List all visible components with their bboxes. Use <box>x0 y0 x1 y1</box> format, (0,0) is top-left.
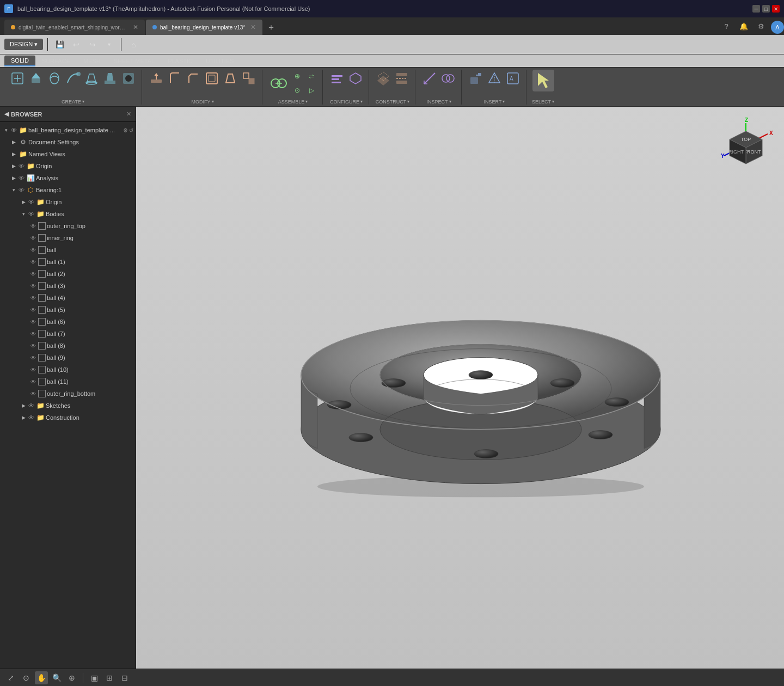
tab-close-1[interactable]: ✕ <box>133 23 138 31</box>
undo-button[interactable]: ↩ <box>69 37 84 52</box>
press-pull-tool[interactable] <box>148 70 165 87</box>
shell-tool[interactable] <box>203 70 220 87</box>
minimize-button[interactable]: ─ <box>752 5 760 13</box>
measure-tool[interactable] <box>421 70 438 87</box>
tree-eye-ball4[interactable]: 👁 <box>29 295 37 301</box>
motion-study-tool[interactable]: ⇌ <box>305 70 318 83</box>
tree-eye-b-origin[interactable]: 👁 <box>27 199 35 205</box>
notifications-icon[interactable]: 🔔 <box>736 19 751 34</box>
zoom-window-icon[interactable]: ⊕ <box>65 671 78 684</box>
fillet-tool[interactable] <box>166 70 183 87</box>
tree-item-ball-7[interactable]: 👁 ball (7) <box>0 328 136 340</box>
tree-item-ball-8[interactable]: 👁 ball (8) <box>0 340 136 352</box>
tree-reload-root[interactable]: ↺ <box>129 127 133 133</box>
tree-item-bearing-origin[interactable]: ▶ 👁 📁 Origin <box>0 196 136 208</box>
tree-eye-ball[interactable]: 👁 <box>29 247 37 253</box>
tree-eye-ball7[interactable]: 👁 <box>29 331 37 337</box>
orbit-icon[interactable]: ⊙ <box>20 671 33 684</box>
draft-tool[interactable] <box>222 70 239 87</box>
offset-plane-tool[interactable] <box>375 70 392 87</box>
tree-item-ball-2[interactable]: 👁 ball (2) <box>0 268 136 280</box>
tree-item-ball-10[interactable]: 👁 ball (10) <box>0 364 136 376</box>
ribbon-tab-utilities[interactable]: UTILITIES <box>199 56 240 66</box>
redo-button[interactable]: ↪ <box>85 37 100 52</box>
new-component-tool[interactable] <box>9 70 26 87</box>
tab-ball-bearing[interactable]: ball_bearing_design_template v13* ✕ <box>146 20 262 35</box>
tree-eye-ball6[interactable]: 👁 <box>29 319 37 325</box>
ribbon-tab-solid[interactable]: SOLID <box>4 56 35 66</box>
revolve-tool[interactable] <box>46 70 63 87</box>
design-dropdown[interactable]: DESIGN ▾ <box>4 39 43 50</box>
browser-collapse-icon[interactable]: ◀ <box>4 111 9 118</box>
close-button[interactable]: ✕ <box>772 5 780 13</box>
save-button[interactable]: 💾 <box>52 37 68 52</box>
user-avatar[interactable]: A <box>771 21 784 34</box>
tree-eye-ir[interactable]: 👁 <box>29 235 37 241</box>
ribbon-tab-sheetmetal[interactable]: SHEET METAL <box>107 56 161 66</box>
select-tool[interactable] <box>532 70 554 91</box>
pan-icon[interactable]: ✋ <box>35 671 48 684</box>
tree-eye-orb[interactable]: 👁 <box>29 391 37 397</box>
tree-item-sketches[interactable]: ▶ 👁 📁 Sketches <box>0 400 136 412</box>
tree-item-origin[interactable]: ▶ 👁 📁 Origin <box>0 160 136 172</box>
loft-tool[interactable] <box>83 70 100 87</box>
tab-close-2[interactable]: ✕ <box>250 23 256 31</box>
tree-item-outer-ring-bottom[interactable]: 👁 outer_ring_bottom <box>0 388 136 400</box>
chamfer-tool[interactable] <box>185 70 202 87</box>
tree-gear-root[interactable]: ⚙ <box>123 127 128 133</box>
drive-joints-tool[interactable]: ▷ <box>305 84 318 97</box>
tree-eye-ball10[interactable]: 👁 <box>29 367 37 373</box>
tree-item-ball[interactable]: 👁 ball <box>0 244 136 256</box>
tree-eye-ball9[interactable]: 👁 <box>29 355 37 361</box>
tree-item-ball-3[interactable]: 👁 ball (3) <box>0 280 136 292</box>
decal-tool[interactable]: A <box>504 70 522 87</box>
tree-eye-ball5[interactable]: 👁 <box>29 307 37 313</box>
home-button[interactable]: ⌂ <box>126 37 141 52</box>
tree-item-ball-6[interactable]: 👁 ball (6) <box>0 316 136 328</box>
tree-eye-origin[interactable]: 👁 <box>17 163 25 169</box>
tree-item-bodies[interactable]: ▾ 👁 📁 Bodies <box>0 208 136 220</box>
insert-derive-tool[interactable] <box>467 70 485 87</box>
grid-settings-icon[interactable]: ⊞ <box>103 671 116 684</box>
tree-item-ball-11[interactable]: 👁 ball (11) <box>0 376 136 388</box>
tree-item-ball-5[interactable]: 👁 ball (5) <box>0 304 136 316</box>
settings-icon[interactable]: ⚙ <box>754 19 769 34</box>
ribbon-tab-surface[interactable]: SURFACE <box>35 56 77 66</box>
ribbon-tab-mesh[interactable]: MESH <box>77 56 107 66</box>
tree-eye-ort[interactable]: 👁 <box>29 223 37 229</box>
tree-item-construction[interactable]: ▶ 👁 📁 Construction <box>0 412 136 424</box>
tree-eye-analysis[interactable]: 👁 <box>17 175 25 181</box>
tree-item-analysis[interactable]: ▶ 👁 📊 Analysis <box>0 172 136 184</box>
tree-eye-sketches[interactable]: 👁 <box>27 402 35 409</box>
tree-eye-ball2[interactable]: 👁 <box>29 271 37 277</box>
tree-eye-ball3[interactable]: 👁 <box>29 283 37 289</box>
browser-header-close[interactable]: ✕ <box>126 111 131 118</box>
tree-item-bearing[interactable]: ▾ 👁 ⬡ Bearing:1 <box>0 184 136 196</box>
viewport[interactable]: X Z Y FRONT TOP RIGHT <box>136 107 784 669</box>
tree-eye-ball8[interactable]: 👁 <box>29 343 37 349</box>
viewcube[interactable]: X Z Y FRONT TOP RIGHT <box>719 118 773 172</box>
tree-eye-ball1[interactable]: 👁 <box>29 259 37 265</box>
fit-screen-icon[interactable]: ⤢ <box>4 671 17 684</box>
help-icon[interactable]: ? <box>719 19 734 34</box>
tree-eye-bodies[interactable]: 👁 <box>27 211 35 217</box>
add-tab-button[interactable]: ＋ <box>264 20 279 35</box>
maximize-button[interactable]: □ <box>762 5 770 13</box>
insert-mesh-tool[interactable] <box>486 70 503 87</box>
tree-eye-construction[interactable]: 👁 <box>27 414 35 421</box>
tree-item-root[interactable]: ▾ 👁 📁 ball_bearing_design_template ... ⚙… <box>0 124 136 136</box>
joint-tool[interactable] <box>268 72 290 94</box>
rib-tool[interactable] <box>101 70 119 87</box>
as-built-joint-tool[interactable]: ⊕ <box>291 70 304 83</box>
tree-eye-root[interactable]: 👁 <box>10 127 17 133</box>
midplane-tool[interactable] <box>393 70 411 87</box>
zoom-icon[interactable]: 🔍 <box>50 671 63 684</box>
tree-item-inner-ring[interactable]: 👁 inner_ring <box>0 232 136 244</box>
view-settings-icon[interactable]: ⊟ <box>118 671 131 684</box>
enable-contact-tool[interactable]: ⊙ <box>291 84 304 97</box>
extrude-tool[interactable] <box>27 70 45 87</box>
configure-model-tool[interactable] <box>347 70 364 87</box>
tree-item-outer-ring-top[interactable]: 👁 outer_ring_top <box>0 220 136 232</box>
parameters-tool[interactable] <box>328 70 346 87</box>
display-settings-icon[interactable]: ▣ <box>88 671 101 684</box>
